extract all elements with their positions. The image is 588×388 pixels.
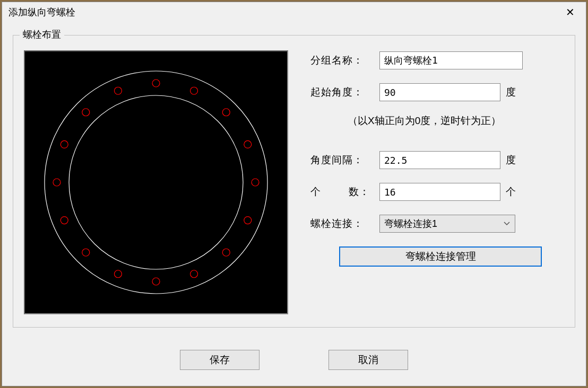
svg-point-10: [152, 278, 160, 285]
svg-point-15: [244, 140, 252, 148]
dialog-window: 添加纵向弯螺栓 ✕ 螺栓布置 分组名称： 起始角度： 度 （以X轴正向为0度，逆…: [2, 2, 586, 386]
svg-point-7: [60, 217, 68, 224]
connection-select[interactable]: 弯螺栓连接1: [379, 215, 515, 233]
row-group-name: 分组名称：: [310, 50, 565, 70]
save-button[interactable]: 保存: [180, 350, 260, 370]
svg-point-8: [82, 249, 90, 256]
start-angle-unit: 度: [506, 85, 516, 99]
cancel-button[interactable]: 取消: [328, 350, 408, 370]
svg-point-16: [222, 109, 230, 116]
manage-connection-button[interactable]: 弯螺栓连接管理: [339, 246, 542, 267]
bolt-preview: [24, 50, 288, 314]
group-name-label: 分组名称：: [310, 54, 379, 67]
group-name-input[interactable]: [379, 51, 523, 69]
form-controls: 分组名称： 起始角度： 度 （以X轴正向为0度，逆时针为正） 角度间隔： 度 个…: [310, 50, 565, 314]
svg-point-12: [222, 249, 230, 256]
svg-point-0: [45, 71, 267, 294]
interval-unit: 度: [506, 153, 516, 167]
svg-point-1: [69, 95, 243, 269]
start-angle-input[interactable]: [379, 83, 500, 101]
connection-select-wrap: 弯螺栓连接1: [379, 215, 515, 233]
close-icon[interactable]: ✕: [559, 4, 581, 20]
row-count: 个 数： 个: [310, 182, 565, 202]
svg-point-5: [60, 140, 68, 148]
row-connection: 螺栓连接： 弯螺栓连接1: [310, 214, 565, 234]
titlebar: 添加纵向弯螺栓 ✕: [2, 2, 586, 22]
count-label: 个 数：: [310, 185, 379, 199]
interval-input[interactable]: [379, 151, 500, 169]
start-angle-label: 起始角度：: [310, 85, 379, 99]
angle-note: （以X轴正向为0度，逆时针为正）: [310, 114, 565, 128]
row-interval: 角度间隔： 度: [310, 150, 565, 170]
svg-point-3: [114, 87, 122, 94]
svg-point-4: [82, 109, 90, 116]
count-unit: 个: [506, 185, 516, 199]
svg-point-6: [53, 179, 60, 186]
svg-point-2: [152, 80, 160, 87]
interval-label: 角度间隔：: [310, 153, 379, 167]
dialog-buttons: 保存 取消: [2, 350, 586, 370]
svg-point-14: [252, 179, 259, 186]
count-input[interactable]: [379, 183, 500, 201]
connection-label: 螺栓连接：: [310, 217, 379, 231]
svg-point-13: [244, 217, 252, 224]
bolt-layout-fieldset: 螺栓布置 分组名称： 起始角度： 度 （以X轴正向为0度，逆时针为正） 角度间隔…: [13, 35, 575, 328]
svg-point-11: [191, 270, 198, 278]
row-start-angle: 起始角度： 度: [310, 82, 565, 102]
window-title: 添加纵向弯螺栓: [7, 6, 75, 19]
svg-point-17: [191, 87, 198, 94]
bolt-diagram: [25, 51, 287, 313]
fieldset-legend: 螺栓布置: [20, 28, 64, 41]
svg-point-9: [114, 270, 122, 278]
